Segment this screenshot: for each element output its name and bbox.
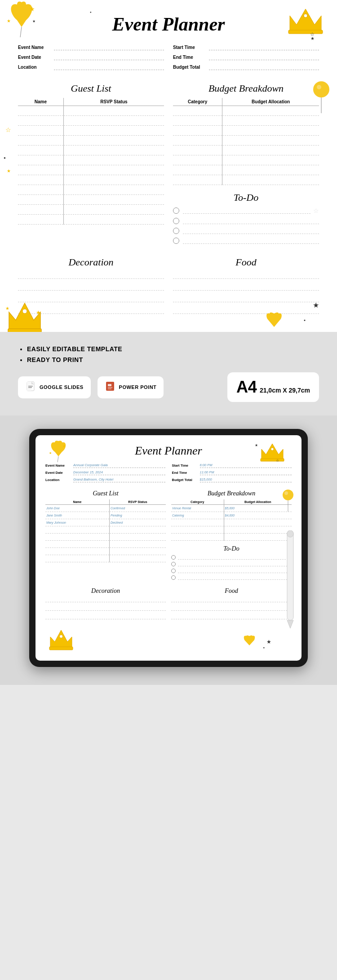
tablet-food-title: Food: [171, 587, 292, 595]
google-slides-label: Google Slides: [40, 384, 84, 390]
tablet-todo-checkbox[interactable]: [171, 575, 176, 580]
table-row: Catering $4,000: [171, 512, 292, 519]
todo-checkbox[interactable]: [173, 218, 179, 224]
tablet-budget-title: Budget Breakdown: [171, 490, 292, 497]
svg-rect-28: [261, 459, 284, 461]
google-slides-icon: [25, 381, 36, 394]
budget-category-header: Category: [173, 98, 222, 106]
location-field: Location: [18, 64, 164, 70]
google-slides-button[interactable]: Google Slides: [18, 376, 91, 398]
guest-list-title: Guest List: [18, 83, 164, 94]
tablet-start-time-value: 6:00 PM: [200, 463, 292, 468]
tablet-budget-total: Budget Total $15,000: [172, 477, 292, 482]
svg-text:★: ★: [7, 18, 11, 23]
tablet-page-title: Event Planner: [135, 444, 202, 457]
todo-item: [173, 228, 319, 234]
todo-line: [183, 238, 319, 244]
todo-checkbox[interactable]: [173, 228, 179, 234]
right-sections: Budget Breakdown Category Budget Allocat…: [173, 83, 319, 247]
tablet-todo-item: [171, 569, 292, 573]
powerpoint-label: Power Point: [119, 384, 157, 390]
tablet-guest-rsvp-col: RSVP Status: [110, 499, 166, 505]
svg-point-9: [317, 85, 321, 89]
todo-item: [173, 238, 319, 244]
tablet-frame: ★ ★ ☆ ★: [29, 429, 308, 667]
guest-name-cell: Mary Johnson: [45, 519, 109, 526]
start-time-field: Start Time: [173, 44, 319, 50]
budget-total-field: Budget Total: [173, 64, 319, 70]
guest-status-cell: Pending: [110, 512, 166, 519]
todo-checkbox[interactable]: [173, 207, 179, 214]
table-row: [45, 548, 166, 555]
start-time-line: [209, 44, 319, 50]
event-name-label: Event Name: [18, 45, 54, 50]
page-title: Event Planner: [18, 13, 319, 35]
table-row: [45, 526, 166, 534]
guest-name-header: Name: [18, 98, 63, 106]
svg-rect-22: [108, 387, 112, 388]
svg-point-36: [60, 635, 63, 638]
table-row: [173, 175, 319, 185]
end-time-field: End Time: [173, 54, 319, 60]
tablet-todo-section: To-Do ☆: [171, 545, 292, 580]
event-name-line: [54, 44, 164, 50]
decoration-section: Decoration: [18, 256, 164, 318]
table-row: [18, 185, 164, 195]
tablet-budget-todo-section: Budget Breakdown Category Budget Allocat…: [171, 490, 292, 582]
tablet-info-section: Event Name Annual Corporate Gala Event D…: [45, 463, 292, 485]
tablet-decoration-title: Decoration: [45, 587, 166, 595]
todo-item: ☆: [173, 207, 319, 214]
tablet-todo-checkbox[interactable]: [171, 555, 176, 560]
table-row: [18, 205, 164, 215]
info-col-left: Event Name Event Date Location: [18, 44, 164, 74]
table-row: [173, 155, 319, 165]
table-row: Venue Rental $5,000: [171, 505, 292, 512]
decoration-title: Decoration: [18, 256, 164, 268]
tablet-bottom-deco: ★ ★ ●: [45, 625, 292, 652]
info-col-right: Start Time End Time Budget Total: [173, 44, 319, 74]
tablet-end-time-value: 11:00 PM: [200, 470, 292, 475]
tablet-guest-name-col: Name: [45, 499, 109, 505]
table-row: [18, 106, 164, 116]
bottom-sections: Decoration Food: [18, 256, 319, 318]
budget-total-line: [209, 64, 319, 70]
todo-checkbox[interactable]: [173, 238, 179, 244]
tablet-bottom-sections: Decoration Food: [45, 587, 292, 622]
table-row: [18, 195, 164, 205]
budget-section: Budget Breakdown Category Budget Allocat…: [173, 83, 319, 185]
tablet-start-time-label: Start Time: [172, 464, 200, 468]
tablet-end-time-label: End Time: [172, 471, 200, 475]
table-row: [171, 534, 292, 541]
powerpoint-button[interactable]: Power Point: [98, 376, 164, 398]
tablet-location-label: Location: [45, 478, 73, 482]
tablet-title-container: Event Planner: [45, 444, 292, 458]
todo-line: [183, 218, 319, 224]
guest-name-cell: John Doe: [45, 505, 109, 512]
table-row: [18, 215, 164, 225]
tablet-event-date-label: Event Date: [45, 471, 73, 475]
food-title: Food: [173, 256, 319, 268]
end-time-label: End Time: [173, 55, 209, 60]
tablet-budget-label: Budget Total: [172, 478, 200, 482]
a4-size-badge: A4 21,0cm X 29,7cm: [227, 372, 319, 402]
table-row: [18, 116, 164, 126]
table-row: [18, 165, 164, 175]
svg-rect-19: [28, 387, 32, 388]
tablet-location: Location Grand Ballroom, City Hotel: [45, 477, 165, 482]
powerpoint-icon: [105, 381, 115, 394]
budget-total-label: Budget Total: [173, 65, 209, 70]
tablet-todo-title: To-Do: [171, 545, 292, 552]
tools-row: Google Slides Power Point A4 21,0cm X 29…: [18, 372, 319, 402]
location-label: Location: [18, 65, 54, 70]
svg-rect-38: [287, 530, 293, 620]
table-row: Jane Smith Pending: [45, 512, 166, 519]
guest-rsvp-header: RSVP Status: [64, 98, 164, 106]
tablet-todo-checkbox[interactable]: [171, 562, 176, 566]
guest-name-cell: Jane Smith: [45, 512, 109, 519]
table-row: [173, 146, 319, 155]
tablet-guest-table: Name RSVP Status John Doe Confirmed: [45, 499, 166, 562]
tablet-budget-table: Category Budget Allocation Venue Rental: [171, 499, 292, 541]
table-row: [45, 555, 166, 562]
tablet-todo-checkbox[interactable]: [171, 569, 176, 573]
table-row: [18, 146, 164, 155]
